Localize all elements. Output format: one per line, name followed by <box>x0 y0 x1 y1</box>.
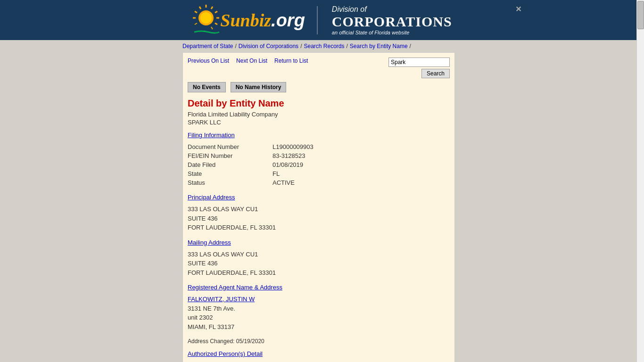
field-value: ACTIVE <box>272 178 450 187</box>
field-value: FL <box>272 169 450 178</box>
top-bar: Previous On List Next On List Return to … <box>188 58 450 78</box>
filing-info-row: StatusACTIVE <box>188 178 450 187</box>
registered-agent-address-line: unit 2302 <box>188 313 450 322</box>
filing-info-row: FEI/EIN Number83-3128523 <box>188 151 450 160</box>
svg-line-6 <box>199 7 201 9</box>
field-label: FEI/EIN Number <box>188 151 272 160</box>
principal-address-line: FORT LAUDERDALE, FL 33301 <box>188 223 450 232</box>
close-icon[interactable]: ✕ <box>515 5 521 14</box>
official-text: an official State of Florida website <box>332 30 452 35</box>
mailing-address-heading[interactable]: Mailing Address <box>188 239 450 246</box>
principal-address-line: 333 LAS OLAS WAY CU1 <box>188 205 450 214</box>
breadcrumb-dept-state[interactable]: Department of State <box>182 43 233 49</box>
filing-info-row: Date Filed01/08/2019 <box>188 160 450 169</box>
entity-name: SPARK LLC <box>188 119 450 126</box>
authorized-persons-heading[interactable]: Authorized Person(s) Detail <box>188 350 450 357</box>
registered-agent-name[interactable]: FALKOWITZ, JUSTIN W <box>188 295 450 304</box>
field-value: 83-3128523 <box>272 151 450 160</box>
svg-line-2 <box>215 11 217 13</box>
return-to-list-link[interactable]: Return to List <box>274 58 308 64</box>
page-wrapper: ✕ <box>0 0 644 362</box>
filing-information-heading[interactable]: Filing Information <box>188 132 450 139</box>
registered-agent-block: FALKOWITZ, JUSTIN W 3131 NE 7th Ave.unit… <box>188 295 450 331</box>
field-value: 01/08/2019 <box>272 160 450 169</box>
field-label: Date Filed <box>188 160 272 169</box>
svg-line-9 <box>195 23 197 25</box>
logo-divider <box>317 6 318 34</box>
svg-line-4 <box>215 23 217 25</box>
principal-address-block: 333 LAS OLAS WAY CU1SUITE 436FORT LAUDER… <box>188 205 450 232</box>
field-label: Document Number <box>188 142 272 151</box>
search-area: Search <box>388 58 450 78</box>
registered-agent-heading[interactable]: Registered Agent Name & Address <box>188 284 450 291</box>
no-events-button[interactable]: No Events <box>188 82 226 92</box>
division-text-block: Division of Corporations an official Sta… <box>332 5 452 35</box>
registered-agent-address-line: 3131 NE 7th Ave. <box>188 304 450 313</box>
breadcrumb-search-entity[interactable]: Search by Entity Name <box>350 43 408 49</box>
nav-links: Previous On List Next On List Return to … <box>188 58 308 64</box>
division-of-label: Division of <box>332 5 452 14</box>
buttons-row: No Events No Name History <box>188 82 450 92</box>
entity-detail-title: Detail by Entity Name <box>188 98 450 109</box>
svg-line-5 <box>211 27 213 29</box>
site-header: ✕ <box>0 0 644 40</box>
filing-info-row: StateFL <box>188 169 450 178</box>
logo-area: Sunbiz .org Division of Corporations an … <box>192 5 452 35</box>
field-value: L19000009903 <box>272 142 450 151</box>
mailing-address-line: SUITE 436 <box>188 259 450 268</box>
field-label: Status <box>188 178 272 187</box>
corporations-label: Corporations <box>332 14 452 30</box>
no-name-history-button[interactable]: No Name History <box>231 82 287 92</box>
breadcrumb: Department of State / Division of Corpor… <box>182 40 644 52</box>
sunbiz-logo: Sunbiz .org <box>192 5 305 35</box>
registered-agent-address-line: MIAMI, FL 33137 <box>188 322 450 332</box>
search-input[interactable] <box>388 58 450 67</box>
previous-on-list-link[interactable]: Previous On List <box>188 58 229 64</box>
logo-sunbiz-text: Sunbiz <box>220 11 271 29</box>
mailing-address-block: 333 LAS OLAS WAY CU1SUITE 436FORT LAUDER… <box>188 250 450 278</box>
breadcrumb-div-corps[interactable]: Division of Corporations <box>239 43 298 49</box>
entity-type: Florida Limited Liability Company <box>188 111 450 118</box>
filing-info-table: Document NumberL19000009903FEI/EIN Numbe… <box>188 142 450 187</box>
breadcrumb-search-records[interactable]: Search Records <box>304 43 344 49</box>
principal-address-line: SUITE 436 <box>188 214 450 223</box>
mailing-address-line: 333 LAS OLAS WAY CU1 <box>188 250 450 259</box>
field-label: State <box>188 169 272 178</box>
next-on-list-link[interactable]: Next On List <box>236 58 267 64</box>
principal-address-heading[interactable]: Principal Address <box>188 194 450 201</box>
filing-info-row: Document NumberL19000009903 <box>188 142 450 151</box>
search-button[interactable]: Search <box>421 69 450 78</box>
sun-graphic <box>192 5 220 35</box>
address-changed-note: Address Changed: 05/19/2020 <box>188 338 450 345</box>
scrollbar-thumb[interactable] <box>637 1 644 29</box>
mailing-address-line: FORT LAUDERDALE, FL 33301 <box>188 268 450 278</box>
svg-line-7 <box>195 11 197 13</box>
logo-org-text: .org <box>271 11 305 29</box>
main-panel: Previous On List Next On List Return to … <box>182 52 455 362</box>
svg-point-11 <box>200 12 212 24</box>
svg-line-1 <box>211 7 213 9</box>
scrollbar-track[interactable] <box>636 0 644 362</box>
